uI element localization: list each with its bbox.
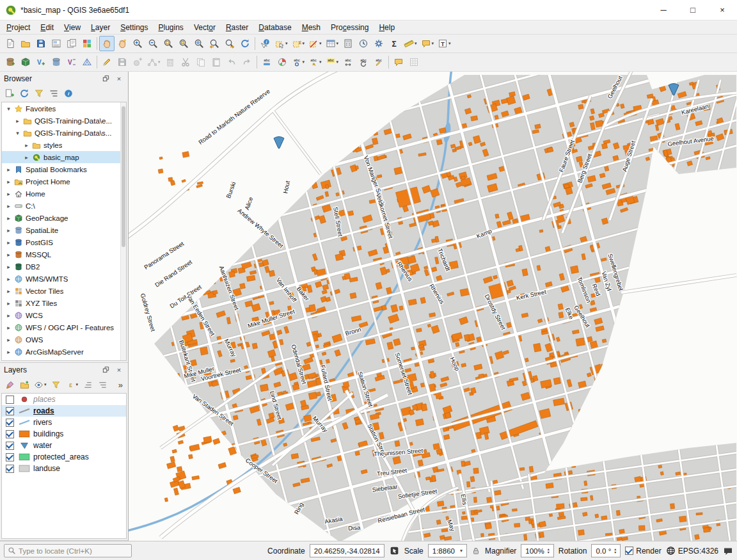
cut-features-button[interactable] <box>178 54 193 70</box>
expander-icon[interactable]: ▸ <box>4 276 13 282</box>
filter-browser-button[interactable] <box>32 86 46 100</box>
text-annotation-button[interactable]: T▾ <box>436 36 453 51</box>
browser-item-spatial-bookmarks[interactable]: ▸Spatial Bookmarks <box>2 163 126 175</box>
expander-icon[interactable]: ▸ <box>4 324 13 331</box>
collapse-all-button[interactable] <box>47 86 61 100</box>
expander-icon[interactable]: ▸ <box>4 179 13 185</box>
copy-features-button[interactable] <box>193 54 209 70</box>
save-project-button[interactable] <box>33 36 49 51</box>
magnifier-spinbox[interactable]: 100%▴▾ <box>521 544 553 557</box>
browser-item-postgis[interactable]: ▸PostGIS <box>2 236 126 248</box>
zoom-full-button[interactable] <box>161 36 176 51</box>
new-mesh-layer-button[interactable] <box>79 54 95 70</box>
expander-icon[interactable]: ▸ <box>4 239 13 246</box>
chevron-down-icon[interactable]: ▾ <box>303 41 305 46</box>
expander-icon[interactable]: ▸ <box>4 288 13 294</box>
zoom-to-selection-button[interactable] <box>176 36 191 51</box>
expander-icon[interactable]: ▸ <box>22 154 31 161</box>
locate-input[interactable]: Type to locate (Ctrl+K) <box>4 544 132 557</box>
layer-item-rivers[interactable]: rivers <box>2 417 126 428</box>
field-calculator-button[interactable] <box>340 36 356 51</box>
expander-icon[interactable]: ▸ <box>4 300 13 307</box>
close-panel-icon[interactable]: × <box>114 74 124 84</box>
undo-button[interactable] <box>224 54 239 70</box>
layer-diagram-button[interactable] <box>274 54 290 70</box>
expander-icon[interactable]: ▸ <box>4 191 13 197</box>
browser-item-arcgismapserver[interactable]: ▸ArcGisMapServer <box>2 346 126 358</box>
close-panel-icon[interactable]: × <box>114 365 124 375</box>
menu-edit[interactable]: Edit <box>35 20 59 34</box>
browser-item-basic-map[interactable]: ▸basic_map <box>2 151 126 163</box>
lock-icon[interactable] <box>472 547 480 556</box>
deselect-features-button[interactable]: ▾ <box>306 36 324 51</box>
browser-item-ows[interactable]: ▸OWS <box>2 333 126 346</box>
expander-icon[interactable]: ▾ <box>13 130 22 136</box>
browser-item-spatialite[interactable]: ▸SpatiaLite <box>2 224 126 236</box>
maximize-button[interactable]: □ <box>678 0 708 20</box>
chevron-down-icon[interactable]: ▾ <box>319 60 322 65</box>
chevron-down-icon[interactable]: ▾ <box>285 41 288 46</box>
menu-database[interactable]: Database <box>253 20 296 34</box>
expander-icon[interactable]: ▸ <box>4 264 13 270</box>
layer-visibility-checkbox[interactable] <box>6 442 14 450</box>
layer-visibility-checkbox[interactable] <box>6 465 14 473</box>
filter-by-expression-button[interactable]: ε▾ <box>64 378 81 392</box>
manage-map-themes-button[interactable]: ▾ <box>32 378 49 392</box>
layer-visibility-checkbox[interactable] <box>6 430 14 438</box>
pan-map-button[interactable] <box>99 36 115 51</box>
chevron-down-icon[interactable]: ▾ <box>158 60 161 65</box>
expand-all-button[interactable] <box>81 378 95 392</box>
expander-icon[interactable]: ▸ <box>4 203 13 209</box>
save-layer-edits-button[interactable] <box>115 54 130 70</box>
pin-labels-button[interactable]: abc▾ <box>306 54 324 70</box>
chevron-down-icon[interactable]: ▾ <box>319 41 322 46</box>
add-feature-button[interactable] <box>130 54 145 70</box>
menu-help[interactable]: Help <box>374 20 400 34</box>
toggle-editing-button[interactable] <box>99 54 115 70</box>
collapse-all-layers-button[interactable] <box>95 378 109 392</box>
browser-item-favorites[interactable]: ▾Favorites <box>2 102 126 115</box>
refresh-map-button[interactable] <box>237 36 253 51</box>
new-virtual-layer-button[interactable]: V <box>64 54 79 70</box>
chevron-down-icon[interactable]: ▾ <box>415 41 417 46</box>
render-checkbox[interactable]: Render <box>625 547 661 556</box>
menu-raster[interactable]: Raster <box>221 20 253 34</box>
layer-item-buildings[interactable]: buildings <box>2 428 126 440</box>
layer-item-protected-areas[interactable]: protected_areas <box>2 451 126 463</box>
layer-visibility-checkbox[interactable] <box>6 396 14 404</box>
scale-combo[interactable]: 1:8860▾ <box>428 544 467 557</box>
browser-item-qgis-training-data-e[interactable]: ▸QGIS-Training-Data\e... <box>2 115 126 127</box>
zoom-to-layer-button[interactable] <box>191 36 207 51</box>
float-panel-icon[interactable] <box>100 74 111 84</box>
open-data-source-manager-button[interactable] <box>3 54 18 70</box>
messages-icon[interactable] <box>723 546 733 556</box>
delete-selected-button[interactable] <box>162 54 178 70</box>
coordinate-input[interactable]: 20.46259,-34.02814 <box>310 544 384 557</box>
expander-icon[interactable]: ▸ <box>4 312 13 319</box>
highlight-pinned-labels-button[interactable]: abc▾ <box>324 54 341 70</box>
menu-project[interactable]: Project <box>1 20 35 34</box>
processing-toolbox-button[interactable] <box>371 36 386 51</box>
chevron-down-icon[interactable]: ▾ <box>337 60 339 65</box>
pan-to-selection-button[interactable] <box>115 36 130 51</box>
expander-icon[interactable]: ▸ <box>4 215 13 221</box>
expander-icon[interactable]: ▸ <box>4 227 13 234</box>
mouse-extent-icon[interactable] <box>389 545 400 556</box>
new-spatialite-layer-button[interactable] <box>49 54 64 70</box>
menu-vector[interactable]: Vector <box>189 20 221 34</box>
new-print-layout-button[interactable] <box>49 36 64 51</box>
expander-icon[interactable]: ▸ <box>4 349 13 355</box>
zoom-in-button[interactable] <box>130 36 145 51</box>
measure-button[interactable]: ▾ <box>402 36 419 51</box>
expander-icon[interactable]: ▸ <box>4 337 13 343</box>
float-panel-icon[interactable] <box>100 365 111 375</box>
temporal-controller-button[interactable] <box>356 36 371 51</box>
browser-item-arcgisfeatureserver[interactable]: ▸ArcGisFeatureServer <box>2 358 126 361</box>
browser-item-qgis-training-data-s[interactable]: ▾QGIS-Training-Data\s... <box>2 127 126 139</box>
layer-item-landuse[interactable]: landuse <box>2 463 126 474</box>
expander-icon[interactable]: ▸ <box>4 361 13 362</box>
minimize-button[interactable]: ─ <box>649 0 678 20</box>
panel-overflow-button[interactable]: » <box>118 380 125 390</box>
layer-visibility-checkbox[interactable] <box>6 453 14 461</box>
zoom-next-button[interactable] <box>222 36 237 51</box>
